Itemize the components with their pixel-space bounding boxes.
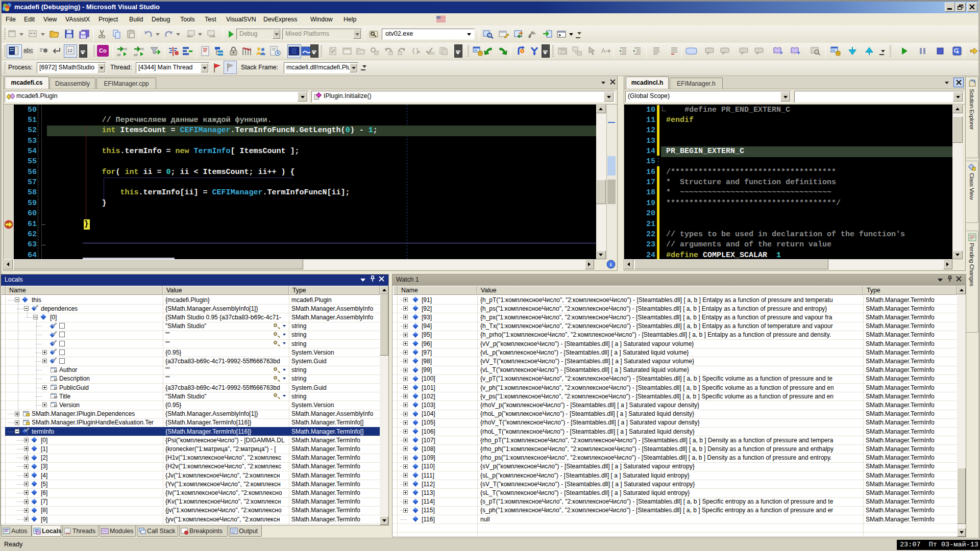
svg-text:A: A <box>601 47 605 55</box>
svg-text:no: no <box>123 47 127 51</box>
svg-text:i: i <box>610 261 611 267</box>
svg-text:abc: abc <box>428 51 435 56</box>
svg-text:{}: {} <box>411 47 420 55</box>
svg-text:12: 12 <box>67 48 72 53</box>
svg-text:oll: oll <box>134 53 137 57</box>
svg-text:Co: Co <box>99 47 107 54</box>
svg-text:oll: oll <box>117 53 120 57</box>
svg-text:no: no <box>140 47 144 51</box>
